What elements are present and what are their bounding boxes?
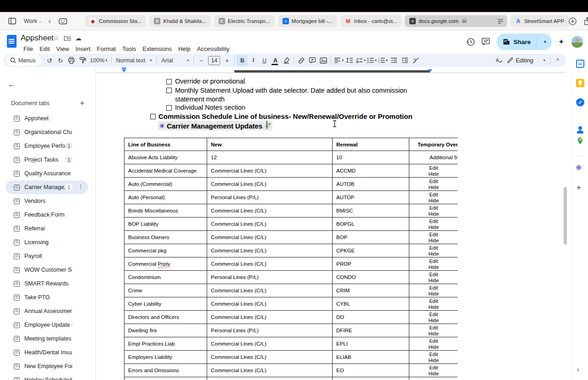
table-action-cell[interactable]: EditHide bbox=[409, 191, 458, 204]
sidebar-item-referral[interactable]: Referral bbox=[6, 222, 88, 235]
table-cell[interactable]: Dwelling fire bbox=[124, 324, 207, 337]
sidebar-item-meeting-templates[interactable]: Meeting templates bbox=[6, 332, 88, 346]
table-action-cell[interactable]: EditHide bbox=[409, 311, 458, 324]
addon-asterisk-icon[interactable]: ❋ bbox=[576, 163, 582, 172]
table-cell[interactable]: CONDO bbox=[333, 271, 409, 284]
share-icon[interactable] bbox=[584, 17, 588, 25]
contacts-icon[interactable] bbox=[576, 126, 584, 134]
table-action-cell[interactable]: EditHide bbox=[409, 297, 458, 311]
insert-link-button[interactable] bbox=[296, 55, 307, 66]
edit-action[interactable]: Edit bbox=[409, 179, 458, 184]
table-cell[interactable]: CYBL bbox=[333, 297, 409, 311]
table-cell[interactable]: Cyber Liability bbox=[124, 297, 207, 311]
gemini-sparkle-icon[interactable]: ✦ bbox=[558, 37, 565, 47]
table-cell[interactable]: BOPGL bbox=[333, 218, 409, 231]
download-icon[interactable] bbox=[569, 17, 577, 25]
google-docs-icon[interactable] bbox=[7, 35, 17, 48]
menu-extensions[interactable]: Extensions bbox=[139, 45, 175, 53]
table-action-cell[interactable]: EditHide bbox=[409, 178, 458, 191]
edit-action[interactable]: Edit bbox=[409, 192, 458, 198]
table-cell[interactable]: EO bbox=[333, 364, 409, 377]
table-cell[interactable]: Directors and Officers bbox=[124, 311, 207, 324]
print-button[interactable] bbox=[66, 55, 77, 66]
redo-button[interactable]: ↻ bbox=[55, 55, 66, 66]
browser-tab[interactable]: ≡Mortgagee bill -... bbox=[278, 15, 337, 27]
browser-tab[interactable]: AStreetSmart APP bbox=[510, 15, 569, 27]
edit-action[interactable]: Edit bbox=[409, 205, 458, 211]
checkbox-icon[interactable] bbox=[150, 114, 156, 119]
hide-action[interactable]: Hide bbox=[409, 358, 458, 363]
table-action-cell[interactable]: EditHide bbox=[409, 324, 458, 337]
maps-icon[interactable] bbox=[576, 137, 584, 145]
table-action-cell[interactable]: EditHide bbox=[409, 204, 458, 218]
insert-image-button[interactable] bbox=[318, 55, 329, 66]
sidebar-item-project-tasks[interactable]: Project Tasks1 bbox=[6, 153, 88, 167]
underline-button[interactable]: U bbox=[259, 55, 270, 66]
edit-action[interactable]: Edit bbox=[409, 258, 458, 264]
edit-action[interactable]: Edit bbox=[409, 165, 458, 171]
sidebar-item-annual-assessment-form[interactable]: Annual Assessment Form bbox=[6, 304, 88, 318]
table-header-cell[interactable]: Line of Business bbox=[124, 138, 207, 151]
checkbox-icon[interactable] bbox=[166, 88, 172, 93]
document-canvas[interactable]: Override or promotional Monthly Statemen… bbox=[96, 67, 571, 380]
table-cell[interactable]: DO bbox=[333, 311, 409, 324]
clear-formatting-button[interactable]: T bbox=[410, 55, 421, 66]
sidebar-item-vendors[interactable]: Vendors bbox=[6, 194, 88, 208]
reader-view-icon[interactable] bbox=[498, 19, 503, 24]
hide-action[interactable]: Hide bbox=[409, 198, 458, 204]
table-cell[interactable]: Bonds Miscellaneous bbox=[124, 204, 207, 218]
table-cell[interactable]: Errors and Omissions bbox=[124, 364, 207, 377]
hide-action[interactable]: Hide bbox=[409, 251, 458, 257]
table-action-cell[interactable]: EditHide bbox=[409, 364, 458, 377]
table-cell[interactable]: Commercial Lines (C/L) bbox=[207, 178, 333, 191]
table-action-cell[interactable]: EditHide bbox=[409, 231, 458, 244]
table-cell[interactable]: Commercial Lines (C/L) bbox=[207, 297, 333, 311]
account-avatar[interactable] bbox=[571, 36, 583, 48]
document-title[interactable]: Appsheet bbox=[21, 34, 54, 43]
sidebar-item-holiday-schedule-out-of[interactable]: Holiday Schedule/Out of bbox=[6, 373, 88, 380]
table-cell[interactable]: Commercial Lines (C/L) bbox=[207, 311, 333, 324]
table-cell[interactable]: PROP bbox=[333, 257, 409, 271]
table-cell[interactable]: Commercial Lines (C/L) bbox=[207, 351, 333, 364]
table-cell[interactable]: Crime bbox=[124, 284, 207, 297]
browser-tab[interactable]: ◆Commission Sta... bbox=[85, 15, 146, 27]
table-cell[interactable]: Commercial Lines (C/L) bbox=[207, 204, 333, 218]
table-cell[interactable]: Personal Lines (P/L) bbox=[207, 324, 333, 337]
table-cell[interactable]: Business Owners bbox=[124, 231, 207, 244]
menu-tools[interactable]: Tools bbox=[119, 45, 139, 53]
table-cell[interactable]: 12 bbox=[207, 151, 333, 164]
hide-action[interactable]: Hide bbox=[409, 291, 458, 297]
hide-action[interactable]: Hide bbox=[409, 278, 458, 284]
table-action-cell[interactable]: EditHide bbox=[409, 244, 458, 257]
first-line-indent-marker[interactable] bbox=[122, 67, 126, 69]
add-comment-button[interactable] bbox=[307, 55, 318, 66]
numbered-list-button[interactable]: 123 ▾ bbox=[377, 55, 388, 66]
hide-action[interactable]: Hide bbox=[409, 184, 458, 190]
table-action-cell[interactable]: Edit bbox=[409, 377, 458, 380]
checkbox-icon[interactable] bbox=[166, 79, 172, 84]
table-cell[interactable]: Auto (Commercial) bbox=[124, 178, 207, 191]
move-folder-icon[interactable] bbox=[64, 35, 71, 41]
menu-help[interactable]: Help bbox=[175, 45, 194, 53]
menu-insert[interactable]: Insert bbox=[72, 45, 94, 53]
table-header-cell[interactable]: Renewal bbox=[333, 138, 409, 151]
tab-group-dropdown[interactable]: Work ⌄ bbox=[24, 18, 42, 24]
table-cell[interactable]: ACCMD bbox=[333, 164, 409, 178]
editing-mode-select[interactable]: Editing ▾ bbox=[504, 57, 548, 64]
zoom-select[interactable]: 100%▾ bbox=[88, 55, 109, 66]
table-action-cell[interactable]: EditHide bbox=[409, 257, 458, 271]
hide-action[interactable]: Hide bbox=[409, 171, 458, 177]
table-cell[interactable]: Personal Lines (P/L) bbox=[207, 271, 333, 284]
left-indent-marker[interactable] bbox=[122, 69, 126, 73]
paragraph-style-select[interactable]: Normal text▾ bbox=[113, 55, 155, 66]
sidebar-item-take-pto[interactable]: Take PTO bbox=[6, 291, 88, 304]
edit-action[interactable]: Edit bbox=[409, 325, 458, 331]
edit-action[interactable]: Edit bbox=[409, 232, 458, 238]
tasks-icon[interactable]: ✓ bbox=[576, 98, 584, 106]
browser-tab[interactable]: EElectric Transpo... bbox=[214, 15, 275, 27]
table-action-cell[interactable]: EditHide bbox=[409, 164, 458, 178]
share-dropdown-caret[interactable]: ▾ bbox=[540, 39, 550, 44]
right-indent-marker[interactable] bbox=[428, 69, 432, 73]
hide-action[interactable]: Hide bbox=[409, 331, 458, 337]
hide-action[interactable]: Hide bbox=[409, 264, 458, 270]
